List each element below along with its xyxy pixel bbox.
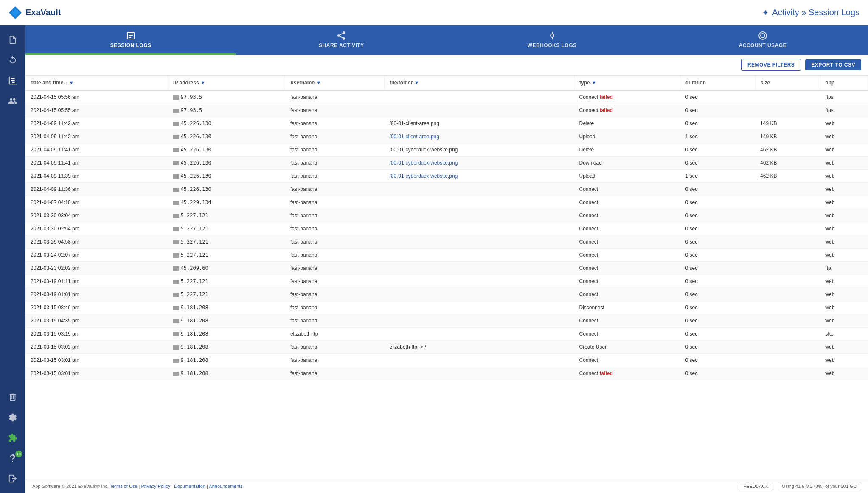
share-activity-tab-icon — [336, 31, 346, 41]
table-body: 2021-04-15 05:56 am97.93.5fast-bananaCon… — [25, 90, 868, 380]
cell-ip: 45.209.60 — [168, 262, 285, 275]
tab-account-usage[interactable]: ACCOUNT USAGE — [657, 25, 868, 55]
cell-duration: 0 sec — [680, 117, 756, 130]
cell-app: web — [820, 196, 868, 209]
content-area: SESSION LOGS SHARE ACTIVITY WEBHOOKS LOG… — [25, 25, 868, 493]
tab-account-usage-label: ACCOUNT USAGE — [739, 42, 787, 48]
filter-date-icon[interactable]: ▼ — [69, 80, 74, 85]
sidebar-item-sync[interactable] — [0, 50, 25, 70]
filter-file-icon[interactable]: ▼ — [414, 80, 419, 85]
table-row: 2021-03-30 03:04 pm5.227.121fast-bananaC… — [25, 209, 868, 222]
table-row: 2021-03-29 04:58 pm5.227.121fast-bananaC… — [25, 235, 868, 249]
cell-app: web — [820, 275, 868, 288]
cell-username: fast-banana — [285, 117, 385, 130]
table-row: 2021-04-09 11:39 am45.226.130fast-banana… — [25, 170, 868, 183]
cell-type: Connect — [574, 249, 680, 262]
cell-duration: 0 sec — [680, 183, 756, 196]
table-header: date and time ↓ ▼ IP address ▼ — [25, 76, 868, 90]
table-row: 2021-04-15 05:56 am97.93.5fast-bananaCon… — [25, 90, 868, 104]
cell-username: fast-banana — [285, 235, 385, 249]
cell-date: 2021-03-15 03:02 pm — [25, 341, 168, 354]
remove-filters-button[interactable]: REMOVE FILTERS — [741, 59, 801, 71]
cell-type: Upload — [574, 170, 680, 183]
cell-app: web — [820, 222, 868, 235]
cell-ip: 9.181.208 — [168, 341, 285, 354]
cell-file — [385, 249, 574, 262]
cell-username: fast-banana — [285, 354, 385, 367]
cell-size: 462 KB — [755, 170, 820, 183]
footer-link-announcements[interactable]: Announcements — [209, 484, 243, 489]
cell-username: fast-banana — [285, 143, 385, 157]
cell-duration: 0 sec — [680, 235, 756, 249]
sidebar-item-settings[interactable] — [0, 407, 25, 428]
filter-ip-icon[interactable]: ▼ — [201, 80, 205, 85]
cell-size: 462 KB — [755, 143, 820, 157]
tab-share-activity[interactable]: SHARE ACTIVITY — [236, 25, 447, 55]
cell-type: Connect — [574, 328, 680, 341]
cell-app: web — [820, 235, 868, 249]
cell-ip: 5.227.121 — [168, 222, 285, 235]
cell-type: Create User — [574, 341, 680, 354]
file-link[interactable]: /00-01-client-area.png — [390, 134, 439, 140]
cell-size — [755, 262, 820, 275]
cell-size — [755, 183, 820, 196]
table-row: 2021-04-07 04:18 am45.229.134fast-banana… — [25, 196, 868, 209]
cell-size — [755, 249, 820, 262]
file-link[interactable]: /00-01-cyberduck-website.png — [390, 173, 458, 179]
cell-file[interactable]: /00-01-cyberduck-website.png — [385, 170, 574, 183]
footer-link-terms[interactable]: Terms of Use — [110, 484, 138, 489]
cell-type: Connect failed — [574, 367, 680, 380]
cell-size — [755, 196, 820, 209]
footer-link-privacy[interactable]: Privacy Policy — [141, 484, 170, 489]
sidebar-item-help[interactable]: 10 — [0, 448, 25, 468]
cell-date: 2021-04-09 11:42 am — [25, 117, 168, 130]
flag-icon — [173, 293, 179, 297]
cell-duration: 0 sec — [680, 301, 756, 314]
export-csv-button[interactable]: EXPORT TO CSV — [805, 59, 861, 70]
cell-file — [385, 104, 574, 117]
cell-duration: 0 sec — [680, 328, 756, 341]
footer-link-docs[interactable]: Documentation — [174, 484, 205, 489]
cell-username: elizabeth-ftp — [285, 328, 385, 341]
sort-date-icon[interactable]: ↓ — [65, 80, 67, 85]
flag-icon — [173, 109, 179, 113]
feedback-button[interactable]: FEEDBACK — [739, 482, 773, 490]
sidebar-item-logout[interactable] — [0, 468, 25, 489]
cell-size — [755, 288, 820, 301]
cell-type: Connect failed — [574, 90, 680, 104]
sidebar-item-files[interactable] — [0, 30, 25, 50]
cell-ip: 45.226.130 — [168, 117, 285, 130]
col-header-username: username ▼ — [285, 76, 385, 90]
sidebar-item-plugin[interactable] — [0, 428, 25, 448]
table-row: 2021-04-09 11:41 am45.226.130fast-banana… — [25, 157, 868, 170]
cell-username: fast-banana — [285, 367, 385, 380]
cell-file — [385, 354, 574, 367]
cell-duration: 1 sec — [680, 130, 756, 143]
flag-icon — [173, 280, 179, 284]
cell-size — [755, 354, 820, 367]
tab-bar: SESSION LOGS SHARE ACTIVITY WEBHOOKS LOG… — [25, 25, 868, 55]
cell-file[interactable]: /00-01-cyberduck-website.png — [385, 157, 574, 170]
col-header-size: size — [755, 76, 820, 90]
cell-ip: 9.181.208 — [168, 314, 285, 328]
sidebar-item-activity[interactable] — [0, 70, 25, 91]
logout-icon — [8, 474, 17, 483]
sidebar-item-trash[interactable] — [0, 387, 25, 407]
cell-app: web — [820, 301, 868, 314]
cell-date: 2021-03-19 01:01 pm — [25, 288, 168, 301]
cell-type: Upload — [574, 130, 680, 143]
tab-session-logs[interactable]: SESSION LOGS — [25, 25, 236, 55]
tab-webhooks-logs[interactable]: WEBHOOKS LOGS — [447, 25, 657, 55]
filter-username-icon[interactable]: ▼ — [316, 80, 321, 85]
cell-size: 462 KB — [755, 157, 820, 170]
flag-icon — [173, 319, 179, 323]
flag-icon — [173, 148, 179, 152]
cell-duration: 0 sec — [680, 262, 756, 275]
footer-left: App Software © 2021 ExaVault® Inc. Terms… — [32, 484, 243, 489]
cell-file[interactable]: /00-01-client-area.png — [385, 130, 574, 143]
filter-type-icon[interactable]: ▼ — [592, 80, 596, 85]
sidebar-item-users[interactable] — [0, 91, 25, 111]
cell-username: fast-banana — [285, 130, 385, 143]
file-link[interactable]: /00-01-cyberduck-website.png — [390, 160, 458, 166]
cell-type: Connect — [574, 183, 680, 196]
